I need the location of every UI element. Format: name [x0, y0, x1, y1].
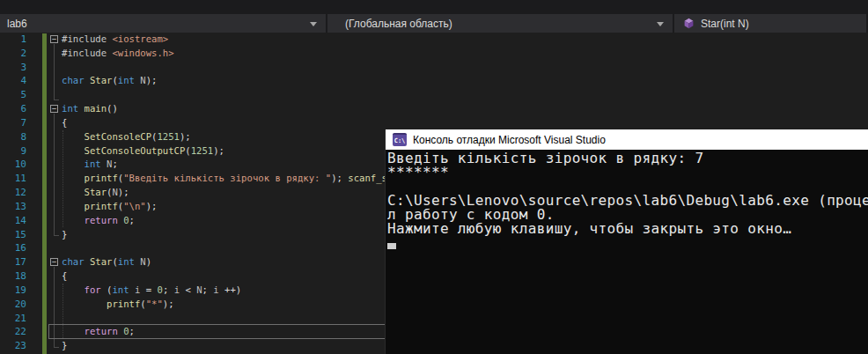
scope-dropdown-label: (Глобальная область): [345, 18, 452, 30]
line-number: 6: [0, 102, 26, 116]
code-text: SetConsoleCP(1251);: [62, 130, 191, 144]
code-text: int N;: [62, 158, 118, 172]
code-text: char Star(int N);: [62, 74, 158, 88]
code-text: for (int i = 0; i < N; i ++): [62, 284, 241, 298]
code-text: #include <windows.h>: [62, 47, 174, 61]
collapse-icon[interactable]: −: [50, 35, 58, 43]
code-text: printf("Введіть кількість зірочок в рядк…: [62, 172, 387, 186]
line-number: 18: [0, 269, 26, 284]
line-number: 9: [0, 144, 26, 159]
line-number: 12: [0, 186, 26, 200]
code-line[interactable]: 6−int main(): [0, 102, 868, 116]
code-text: char Star(int N): [62, 255, 151, 269]
line-number: 5: [0, 88, 26, 102]
code-text: }: [62, 228, 67, 242]
chevron-down-icon: [310, 22, 317, 26]
navigation-bar: lab6 (Глобальная область) Star(int N): [0, 14, 868, 33]
line-number: 8: [0, 130, 26, 144]
chevron-down-icon: [657, 22, 664, 26]
line-number: 3: [0, 61, 26, 75]
line-number: 19: [0, 284, 26, 298]
line-number: 20: [0, 298, 26, 312]
tab-well-strip: [0, 0, 868, 14]
line-number: 17: [0, 255, 26, 269]
method-cube-icon: [683, 18, 695, 29]
console-title: Консоль отладки Microsoft Visual Studio: [413, 134, 606, 146]
line-number: 23: [0, 339, 26, 353]
line-number: 10: [0, 158, 26, 172]
line-number: 21: [0, 312, 26, 326]
line-number: 1: [0, 33, 26, 47]
console-app-icon: C:\: [393, 133, 407, 146]
code-line[interactable]: 4char Star(int N);: [0, 74, 868, 88]
console-line: *******: [387, 166, 868, 180]
code-text: printf("\n");: [62, 200, 157, 214]
code-text: }: [62, 339, 67, 353]
code-line[interactable]: 3: [0, 61, 868, 75]
project-dropdown-label: lab6: [7, 18, 27, 30]
code-line[interactable]: 1−#include <iostream>: [0, 33, 868, 47]
code-text: int main(): [62, 102, 118, 116]
collapse-icon[interactable]: −: [50, 258, 58, 266]
console-output[interactable]: Введіть кількість зірочок в рядку: 7****…: [386, 150, 868, 354]
line-number: 7: [0, 116, 26, 130]
code-line[interactable]: 7{: [0, 116, 868, 130]
line-number: 2: [0, 47, 26, 61]
code-text: return 0;: [62, 325, 135, 339]
code-text: SetConsoleOutputCP(1251);: [62, 144, 224, 159]
console-cursor-line: [387, 236, 868, 250]
code-text: Star(N);: [62, 186, 129, 200]
console-line: Введіть кількість зірочок в рядку: 7: [387, 151, 868, 166]
collapse-icon[interactable]: −: [50, 105, 58, 113]
console-titlebar[interactable]: C:\ Консоль отладки Microsoft Visual Stu…: [386, 129, 868, 150]
code-text: return 0;: [62, 214, 135, 228]
code-line[interactable]: 2#include <windows.h>: [0, 47, 868, 61]
code-text: printf("*");: [62, 298, 174, 312]
member-dropdown[interactable]: Star(int N): [674, 14, 868, 33]
console-line: Нажмите любую клавишу, чтобы закрыть это…: [387, 222, 868, 236]
line-number: 4: [0, 74, 26, 88]
line-number: 11: [0, 172, 26, 186]
line-number: 15: [0, 228, 26, 242]
code-text: #include <iostream>: [62, 33, 168, 47]
project-dropdown[interactable]: lab6: [0, 14, 327, 33]
line-number: 22: [0, 325, 26, 339]
code-text: {: [62, 269, 67, 284]
member-dropdown-label: Star(int N): [701, 18, 749, 30]
line-number: 13: [0, 200, 26, 214]
scope-dropdown[interactable]: (Глобальная область): [327, 14, 674, 33]
line-number: 14: [0, 214, 26, 228]
line-number: 16: [0, 241, 26, 255]
code-line[interactable]: 5: [0, 88, 868, 102]
code-text: {: [62, 116, 67, 130]
console-cursor: [387, 243, 396, 249]
debug-console-window: C:\ Консоль отладки Microsoft Visual Stu…: [385, 129, 868, 354]
